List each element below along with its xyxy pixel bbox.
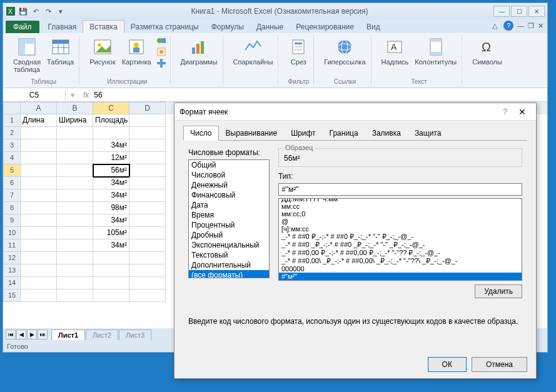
type-list[interactable]: ДД.ММ.ГГГГ ч:мммм:ссмм:сс,0@[ч]:мм:сс_-*… <box>278 198 522 281</box>
row-header-8[interactable]: 8 <box>3 202 21 214</box>
category-item[interactable]: Дополнительный <box>189 260 269 270</box>
cell[interactable] <box>57 264 93 277</box>
row-header-12[interactable]: 12 <box>3 252 21 264</box>
cell[interactable] <box>93 289 129 302</box>
col-header-D[interactable]: D <box>129 102 166 114</box>
cell[interactable] <box>129 127 166 139</box>
cell[interactable] <box>21 264 57 277</box>
table-button[interactable]: Таблица <box>46 36 75 67</box>
type-item[interactable]: #"м²" <box>279 273 522 280</box>
name-box[interactable]: C5 <box>3 91 66 99</box>
qat-dropdown-icon[interactable]: ▾ <box>56 6 66 16</box>
cell[interactable] <box>57 177 93 189</box>
save-icon[interactable]: 💾 <box>18 6 28 16</box>
cell[interactable] <box>57 139 93 152</box>
dialog-tab-4[interactable]: Заливка <box>365 126 408 141</box>
cell[interactable] <box>129 139 166 152</box>
cell[interactable] <box>21 164 57 177</box>
cell[interactable]: Ширина <box>57 114 93 127</box>
dialog-tab-1[interactable]: Выравнивание <box>219 126 285 141</box>
cancel-button[interactable]: Отмена <box>472 357 527 372</box>
row-header-10[interactable]: 10 <box>3 227 21 239</box>
category-item[interactable]: Дата <box>189 200 269 210</box>
textbox-button[interactable]: AНадпись <box>380 36 410 67</box>
tab-data[interactable]: Данные <box>250 21 290 33</box>
cell[interactable]: 34м² <box>93 189 129 202</box>
type-item[interactable]: _-* # ##0,00 ₽_-;-* # ##0,00 ₽_-;_-* "-"… <box>279 249 522 257</box>
cell[interactable] <box>21 202 57 214</box>
doc-close-icon[interactable]: ✕ <box>538 22 543 30</box>
category-item[interactable]: Числовой <box>189 170 269 180</box>
formula-input[interactable]: 56 <box>94 91 102 99</box>
row-header-13[interactable]: 13 <box>3 264 21 277</box>
cell[interactable] <box>93 252 129 264</box>
tab-view[interactable]: Вид <box>360 21 387 33</box>
file-tab[interactable]: Файл <box>6 21 39 33</box>
row-header-2[interactable]: 2 <box>3 127 21 139</box>
cell[interactable] <box>57 152 93 164</box>
doc-restore-icon[interactable]: ❐ <box>528 22 534 30</box>
fx-icon[interactable]: fx <box>83 91 89 99</box>
category-item[interactable]: Процентный <box>189 220 269 230</box>
row-header-15[interactable]: 15 <box>3 289 21 302</box>
slicer-button[interactable]: Срез <box>287 36 310 67</box>
cell[interactable] <box>129 252 166 264</box>
help-icon[interactable]: ? <box>503 21 513 31</box>
type-item[interactable]: мм:сс,0 <box>279 210 522 218</box>
category-item[interactable]: Время <box>189 210 269 220</box>
cell[interactable]: Площадь <box>93 114 129 127</box>
cell[interactable] <box>57 277 93 289</box>
category-item[interactable]: Денежный <box>189 180 269 190</box>
dialog-tab-0[interactable]: Число <box>183 126 219 141</box>
close-button[interactable]: ✕ <box>528 6 545 17</box>
header-footer-button[interactable]: Колонтитулы <box>413 36 458 67</box>
cell[interactable] <box>57 189 93 202</box>
tab-formulas[interactable]: Формулы <box>205 21 250 33</box>
cell[interactable] <box>57 214 93 227</box>
minimize-button[interactable]: — <box>493 6 510 17</box>
cell[interactable]: 98м² <box>93 202 129 214</box>
cell[interactable] <box>21 177 57 189</box>
type-item[interactable]: 000000 <box>279 265 522 273</box>
sheet-tab-1[interactable]: Лист1 <box>51 329 85 340</box>
cell[interactable] <box>129 214 166 227</box>
cell[interactable] <box>21 277 57 289</box>
sheet-nav-last[interactable]: ⏭ <box>38 329 48 339</box>
row-header-1[interactable]: 1 <box>3 114 21 127</box>
charts-button[interactable]: Диаграммы <box>179 36 219 67</box>
cell[interactable]: Длина <box>21 114 57 127</box>
cell[interactable] <box>21 152 57 164</box>
cell[interactable] <box>21 189 57 202</box>
cell[interactable] <box>57 164 93 177</box>
cell[interactable] <box>129 227 166 239</box>
type-item[interactable]: ДД.ММ.ГГГГ ч:мм <box>279 198 522 203</box>
hyperlink-button[interactable]: Гиперссылка <box>323 36 366 67</box>
cell[interactable] <box>129 202 166 214</box>
category-item[interactable]: Финансовый <box>189 190 269 200</box>
cell[interactable]: 105м² <box>93 227 129 239</box>
type-item[interactable]: _-* # ##0 _₽_-;-* # ##0 _₽_-;_-* "-" _₽_… <box>279 241 522 249</box>
cell[interactable] <box>57 202 93 214</box>
cell[interactable] <box>93 264 129 277</box>
cell[interactable] <box>129 277 166 289</box>
sheet-nav-next[interactable]: ▶ <box>27 329 37 339</box>
cell[interactable] <box>21 239 57 252</box>
picture-button[interactable]: Рисунок <box>88 36 117 67</box>
dialog-tab-3[interactable]: Граница <box>323 126 365 141</box>
cell[interactable]: 34м² <box>93 214 129 227</box>
type-item[interactable]: мм:сс <box>279 203 522 210</box>
shapes-group[interactable] <box>156 36 166 68</box>
symbols-button[interactable]: ΩСимволы <box>471 36 503 67</box>
cell[interactable] <box>57 227 93 239</box>
category-item[interactable]: Общий <box>189 160 269 170</box>
redo-icon[interactable]: ↷ <box>43 6 53 16</box>
cell[interactable] <box>129 289 166 302</box>
cell[interactable]: 56м² <box>93 164 129 177</box>
cell[interactable]: 34м² <box>93 239 129 252</box>
cell[interactable] <box>129 164 166 177</box>
cell[interactable] <box>21 227 57 239</box>
dialog-tab-5[interactable]: Защита <box>408 126 448 141</box>
minimize-ribbon-icon[interactable]: △ <box>490 21 500 31</box>
select-all-corner[interactable] <box>3 102 21 114</box>
dialog-tab-2[interactable]: Шрифт <box>284 126 322 141</box>
